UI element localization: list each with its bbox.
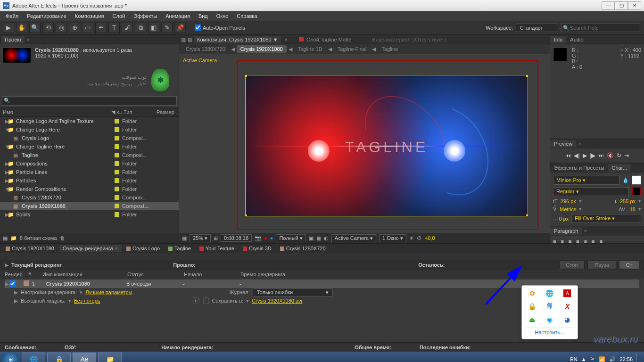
text-tool[interactable]: T: [108, 23, 120, 33]
menu-window[interactable]: Окно: [213, 12, 232, 20]
start-render-button[interactable]: Ст: [619, 261, 639, 269]
menu-file[interactable]: Файл: [2, 12, 22, 20]
menu-animation[interactable]: Анимация: [162, 12, 194, 20]
tray-icon[interactable]: 🔒: [528, 303, 537, 311]
preview-close-icon[interactable]: ×: [578, 141, 581, 147]
tray-eject-icon[interactable]: ⏏: [528, 316, 537, 324]
project-item[interactable]: ▼📁Render CompositionsFolder: [0, 185, 179, 193]
project-item[interactable]: ▼📁Change Tagline HereFolder: [0, 142, 179, 151]
tray-icon[interactable]: ◉: [545, 316, 554, 324]
folder-new-icon[interactable]: 📁: [10, 235, 17, 241]
rectangle-tool[interactable]: ▭: [82, 23, 93, 33]
auto-open-checkbox[interactable]: Auto-Open Panels: [195, 25, 245, 31]
show-desktop-button[interactable]: [636, 354, 640, 362]
composition-viewer[interactable]: Active Camera TAGLINE: [179, 54, 550, 233]
project-item[interactable]: ▼📁Change Logo HereFolder: [0, 125, 179, 134]
window-select[interactable]: 1 Окно ▾: [379, 234, 406, 242]
mute-button[interactable]: 🔇: [607, 152, 614, 159]
menu-edit[interactable]: Редактирование: [23, 12, 70, 20]
eraser-tool[interactable]: ◧: [148, 23, 159, 33]
stroke-width-input[interactable]: 0 px: [559, 216, 569, 222]
layer-tab[interactable]: Слой:Tagline Matte: [306, 37, 351, 42]
timeline-tab[interactable]: Tagline: [165, 245, 195, 252]
maximize-button[interactable]: ▢: [615, 1, 628, 10]
first-frame-button[interactable]: ⏮: [565, 152, 571, 159]
eyedropper-icon[interactable]: 💧: [622, 177, 629, 183]
render-settings-link[interactable]: Лучшие параметры: [85, 289, 132, 295]
menu-layer[interactable]: Слой: [108, 12, 129, 20]
tray-volume-icon[interactable]: 🔊: [609, 356, 616, 362]
tray-network-icon[interactable]: 📶: [599, 356, 605, 362]
add-output-icon[interactable]: +: [193, 297, 198, 304]
fc-tab[interactable]: Tagline Final: [334, 45, 371, 53]
close-button[interactable]: ✕: [628, 1, 641, 10]
next-frame-button[interactable]: |▶: [590, 152, 595, 159]
puppet-tool[interactable]: 📌: [174, 23, 186, 33]
fc-tab[interactable]: Crysis 1280X720: [182, 45, 229, 53]
resolution-select[interactable]: Полный ▾: [276, 234, 305, 242]
channel-icon[interactable]: ●: [264, 235, 267, 241]
col-name[interactable]: Имя: [0, 109, 108, 115]
project-item[interactable]: ▦Crysis 1280X720Composi...: [0, 193, 179, 202]
search-help-input[interactable]: [561, 24, 641, 32]
pen-tool[interactable]: ✒: [95, 23, 107, 33]
paragraph-tab[interactable]: Paragraph: [550, 227, 582, 235]
kerning-mode[interactable]: Metrics: [560, 206, 576, 212]
timeline-tab[interactable]: Crysis 1920X1080: [2, 245, 58, 252]
project-close-icon[interactable]: ×: [26, 37, 29, 42]
view-select[interactable]: Active Camera ▾: [331, 234, 376, 242]
project-search-input[interactable]: [2, 96, 177, 106]
bitdepth-icon[interactable]: ▦: [3, 235, 8, 241]
roto-tool[interactable]: ✎: [161, 23, 173, 33]
leading-input[interactable]: 255 px: [620, 198, 636, 204]
render-item-checkbox[interactable]: [9, 280, 16, 287]
audio-tab[interactable]: Audio: [566, 36, 587, 43]
project-tab[interactable]: Проект: [2, 36, 25, 43]
project-item[interactable]: ▦Crysis LogoComposi...: [0, 134, 179, 142]
roi-icon[interactable]: ▣: [309, 235, 314, 241]
menu-help[interactable]: Справка: [233, 12, 261, 20]
tray-expand-icon[interactable]: ▲: [581, 356, 586, 362]
mask-icon[interactable]: ◐: [324, 235, 329, 241]
project-item[interactable]: ▦Crysis 1920X1080Composi...: [0, 202, 179, 210]
pause-button[interactable]: Пауза: [587, 261, 616, 269]
taskbar-explorer[interactable]: 📁: [98, 353, 122, 362]
fill-color-swatch[interactable]: [632, 175, 641, 185]
camera-tool[interactable]: ◎: [56, 23, 67, 33]
grid-icon[interactable]: ▦: [182, 235, 187, 241]
prev-frame-button[interactable]: ◀|: [574, 152, 579, 159]
comp-mini-icon[interactable]: ▦: [181, 37, 186, 43]
timeline-tab[interactable]: Очередь рендеринга ×: [59, 245, 122, 252]
journal-select[interactable]: Только ошибки ▾: [253, 288, 333, 296]
exposure-value[interactable]: +0,0: [425, 235, 435, 241]
comp-close-icon[interactable]: ×: [285, 37, 288, 42]
tray-adobe-icon[interactable]: A: [563, 289, 571, 297]
last-frame-button[interactable]: ⏭: [598, 152, 604, 159]
project-item[interactable]: ▶📁Particle LinesFolder: [0, 168, 179, 176]
tray-icon[interactable]: ◕: [563, 316, 571, 324]
taskbar-chrome[interactable]: 🌐: [22, 353, 45, 362]
fc-tab[interactable]: Tagline: [378, 45, 402, 53]
paragraph-close-icon[interactable]: ×: [584, 228, 586, 234]
font-style-select[interactable]: Regular ▾: [553, 187, 629, 196]
project-item[interactable]: ▶📁Change Logo And Tagline TextureFolder: [0, 117, 179, 125]
snapshot-icon[interactable]: 📷: [255, 235, 261, 241]
menu-composition[interactable]: Композиция: [71, 12, 108, 20]
col-size[interactable]: Размер: [154, 109, 179, 115]
remove-output-icon[interactable]: −: [203, 297, 209, 304]
adjust-icon[interactable]: ☀: [409, 235, 414, 241]
stroke-option-select[interactable]: Fill Over Stroke ▾: [571, 214, 641, 223]
render-item-name[interactable]: Crysis 1920X1080: [46, 281, 126, 287]
clone-tool[interactable]: ⧉: [135, 23, 146, 33]
info-tab[interactable]: Info: [550, 36, 566, 43]
project-item[interactable]: ▶📁SolidsFolder: [0, 210, 179, 219]
zoom-tool[interactable]: 🔍: [29, 23, 41, 33]
transform-handle[interactable]: [526, 214, 528, 216]
tray-flyout[interactable]: ✿ 🌐 A 🔒 🗐 X ⏏ ◉ ◕ Настроить...: [521, 285, 578, 339]
start-button[interactable]: ⊞: [1, 353, 20, 362]
hand-tool[interactable]: ✋: [16, 23, 27, 33]
timeline-tab[interactable]: Crysis 1280X720: [276, 245, 330, 252]
taskbar-ae[interactable]: Ae: [73, 353, 96, 362]
delete-icon[interactable]: 🗑: [60, 235, 65, 241]
comp-mini-icon2[interactable]: ▦: [188, 37, 192, 43]
